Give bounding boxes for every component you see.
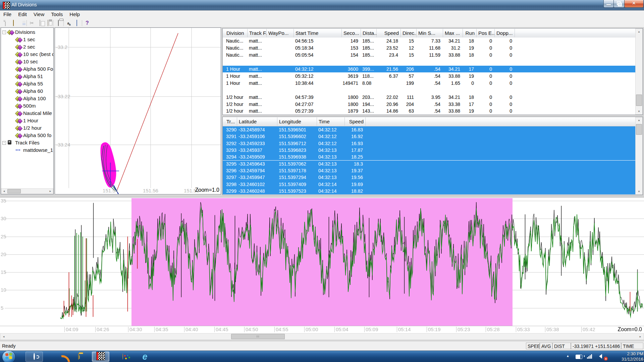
table-row[interactable]: 3298-33.2460102151.539740904:32:1419.69 bbox=[223, 181, 635, 187]
speed-time-chart[interactable] bbox=[0, 197, 644, 334]
tree-node-500m[interactable]: 500m bbox=[1, 102, 53, 110]
menu-help[interactable]: Help bbox=[66, 10, 83, 18]
help-button[interactable]: ? bbox=[83, 19, 91, 27]
tree-node-10-sec-best-o[interactable]: 10 sec (best o bbox=[1, 51, 53, 58]
table-row[interactable]: 1/2 hourmatt...05:27:391879143...14.8663… bbox=[223, 108, 635, 115]
start-button[interactable] bbox=[2, 350, 15, 362]
column-header-longitude[interactable]: Longitude bbox=[277, 117, 317, 126]
table-row[interactable]: Nautic...matt...04:56:15149185...24.1815… bbox=[223, 38, 635, 45]
taskbar-button-paint[interactable] bbox=[114, 352, 131, 362]
table-row[interactable]: 3297-33.2459947151.539729404:32:1319.56 bbox=[223, 174, 635, 181]
table-row[interactable]: Nautic...matt...05:05:54154185...23.4151… bbox=[223, 52, 635, 59]
tree-node-alpha-500-fo[interactable]: Alpha 500 fo bbox=[1, 132, 53, 139]
battery-icon[interactable] bbox=[576, 354, 585, 360]
scroll-up-icon[interactable]: ▴ bbox=[636, 118, 642, 123]
table-row[interactable]: Nautic...matt...05:18:34153185...23.5212… bbox=[223, 45, 635, 52]
table-row[interactable]: 1/2 hourmatt...04:57:391800203...22.0211… bbox=[223, 94, 635, 101]
close-button[interactable] bbox=[624, 0, 644, 8]
tree-node-track-files[interactable]: -Track Files bbox=[1, 139, 53, 146]
table-row[interactable]: 3290-33.2458974151.539650104:32:1216.83 bbox=[223, 126, 635, 133]
column-header-speed[interactable]: Speed bbox=[345, 117, 366, 126]
new-document-button[interactable] bbox=[1, 19, 9, 27]
print-button[interactable] bbox=[54, 19, 62, 27]
column-header-tr[interactable]: Tr... bbox=[225, 117, 237, 126]
table-row[interactable]: 3293-33.245937151.539682304:32:1317.87 bbox=[223, 147, 635, 154]
font-size-button[interactable]: aa bbox=[65, 19, 73, 27]
restore-button[interactable] bbox=[613, 0, 625, 8]
volume-muted-icon[interactable]: x bbox=[599, 354, 607, 360]
tree-node-alpha-100[interactable]: Alpha 100 bbox=[1, 95, 53, 102]
chart-scrollbar-thumb[interactable] bbox=[231, 334, 285, 339]
column-header-waypo[interactable]: WayPo... bbox=[267, 29, 294, 37]
tree-scrollbar-thumb[interactable] bbox=[7, 189, 21, 193]
menu-view[interactable]: View bbox=[30, 10, 48, 18]
taskbar-button-internet-explorer[interactable]: e bbox=[136, 352, 154, 362]
column-header-speed[interactable]: Speed bbox=[377, 29, 401, 37]
column-header-start-time[interactable]: Start Time bbox=[294, 29, 342, 37]
scroll-down-icon[interactable]: ▾ bbox=[636, 109, 642, 114]
tree-node-10-sec[interactable]: 10 sec bbox=[1, 58, 53, 65]
scroll-right-icon[interactable]: ▸ bbox=[48, 189, 53, 194]
scrollbar-thumb[interactable] bbox=[636, 124, 642, 135]
column-header-dopp[interactable]: Dopp... bbox=[495, 29, 515, 37]
tree-node-alpha-55[interactable]: Alpha 55 bbox=[1, 80, 53, 87]
menu-edit[interactable]: Edit bbox=[15, 10, 30, 18]
column-header-track-f[interactable]: Track F... bbox=[248, 29, 267, 37]
scrollbar-thumb[interactable] bbox=[636, 95, 642, 106]
tree-node-nautical-mile[interactable]: Nautical Mile bbox=[1, 110, 53, 117]
column-header-max[interactable]: Max ... bbox=[443, 29, 463, 37]
scroll-left-icon[interactable]: ◂ bbox=[1, 189, 7, 194]
chart-horizontal-scrollbar[interactable]: ◂ ▸ bbox=[0, 333, 644, 340]
tree-node-2-sec[interactable]: 2 sec bbox=[1, 43, 53, 51]
tree-node-1-hour[interactable]: 1 Hour bbox=[1, 117, 53, 124]
table-row[interactable]: 3296-33.2459794151.539717804:32:1319.37 bbox=[223, 167, 635, 174]
table-view-button[interactable] bbox=[73, 19, 81, 27]
table-row[interactable]: 3294-33.2459509151.539693804:32:1318.25 bbox=[223, 154, 635, 160]
table-row[interactable]: 3292-33.2459233151.539671204:32:1216.93 bbox=[223, 140, 635, 147]
tree-node-1-sec[interactable]: 1 sec bbox=[1, 36, 53, 43]
vertical-scrollbar[interactable]: ▴▾ bbox=[635, 28, 643, 115]
table-row[interactable]: 3299-33.2460248151.539752304:32:1418.82 bbox=[223, 188, 635, 194]
column-header-division[interactable]: Division bbox=[225, 29, 248, 37]
table-row[interactable]: 1 Hourmatt...05:32:123619118...6.3757.54… bbox=[223, 73, 635, 80]
track-map-panel[interactable]: -33.2-33.22-33.24151.54151.56151.58 Zoom… bbox=[55, 27, 221, 194]
taskbar-button-explorer[interactable] bbox=[70, 352, 87, 362]
scroll-up-icon[interactable]: ▴ bbox=[636, 29, 642, 34]
title-bar[interactable]: All Divisions bbox=[0, 0, 644, 10]
scroll-left-icon[interactable]: ◂ bbox=[0, 334, 7, 340]
tree-horizontal-scrollbar[interactable]: ◂ ▸ bbox=[1, 188, 53, 194]
table-row[interactable]: 1 Hourmatt...04:32:123600399...21.56206.… bbox=[223, 66, 635, 73]
open-file-button[interactable] bbox=[9, 19, 17, 27]
tree-node-1-2-hour[interactable]: 1/2 hour bbox=[1, 124, 53, 132]
table-row[interactable]: 3295-33.2459643151.539706204:32:1318.3 bbox=[223, 161, 635, 167]
tree-node-alpha-60[interactable]: Alpha 60 bbox=[1, 87, 53, 95]
column-header-latitude[interactable]: Latitude bbox=[237, 117, 277, 126]
menu-file[interactable]: File bbox=[0, 10, 15, 18]
menu-tools[interactable]: Tools bbox=[48, 10, 66, 18]
column-header-direc[interactable]: Direc... bbox=[401, 29, 417, 37]
speed-chart-panel[interactable]: Zoom=0.0 bbox=[0, 197, 644, 334]
table-row[interactable]: 1 Hourmatt...10:38:441494718.08199.541.6… bbox=[223, 79, 635, 86]
tree-expander-icon[interactable]: - bbox=[2, 141, 6, 145]
taskbar-button-firefox[interactable] bbox=[48, 352, 65, 362]
column-header-min-s[interactable]: Min S... bbox=[417, 29, 443, 37]
column-header-pos-e[interactable]: Pos E... bbox=[477, 29, 495, 37]
paste-button[interactable] bbox=[44, 19, 52, 27]
tree-node-alpha-500-fo[interactable]: Alpha 500 Fo bbox=[1, 65, 53, 73]
scroll-down-icon[interactable]: ▾ bbox=[636, 189, 642, 194]
cut-button[interactable]: ✂ bbox=[28, 19, 36, 27]
vertical-scrollbar[interactable]: ▴▾ bbox=[635, 117, 643, 195]
table-row[interactable]: 3291-33.2459106151.539660204:32:1216.92 bbox=[223, 133, 635, 140]
column-header-seco[interactable]: Seco... bbox=[342, 29, 361, 37]
column-header-dista[interactable]: Dista... bbox=[361, 29, 377, 37]
taskbar-clock[interactable]: 2:30 PM 31/12/2016 bbox=[612, 351, 643, 362]
tree-node-mattdowse-1[interactable]: mattdowse_1 bbox=[1, 146, 53, 154]
taskbar-button-media-player[interactable] bbox=[25, 352, 43, 362]
tree-node-divisions[interactable]: -Divisions bbox=[1, 28, 53, 36]
scroll-right-icon[interactable]: ▸ bbox=[637, 334, 644, 340]
network-signal-icon[interactable] bbox=[587, 354, 592, 360]
column-header-run[interactable]: Run bbox=[463, 29, 477, 37]
tree-expander-icon[interactable]: - bbox=[2, 31, 6, 34]
table-row[interactable]: 1/2 hourmatt...04:27:071800194...20.9620… bbox=[223, 101, 635, 108]
copy-button[interactable] bbox=[36, 19, 44, 27]
